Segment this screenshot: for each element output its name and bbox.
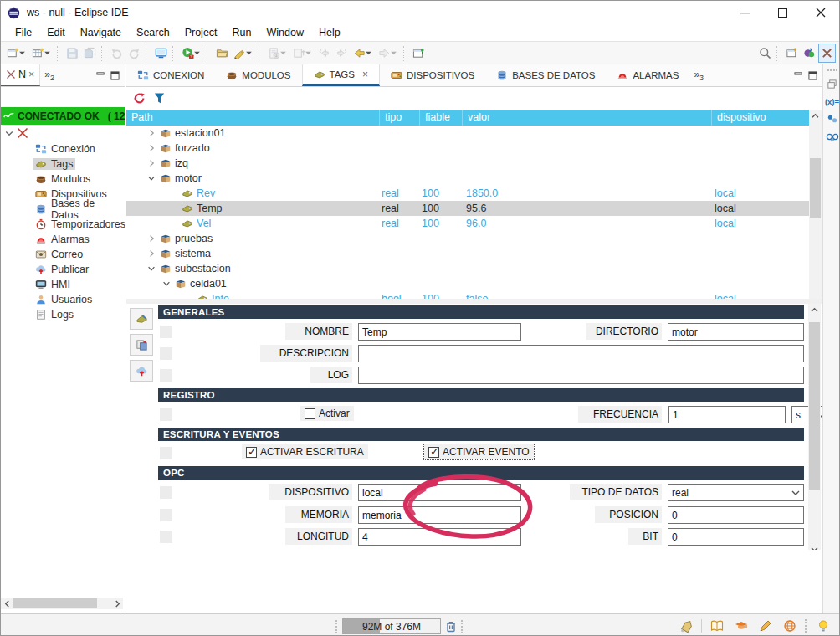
variables-view-icon[interactable]: (x)= xyxy=(825,97,839,106)
sidebar-item-alarmas[interactable]: Alarmas xyxy=(1,232,125,247)
menu-navigate[interactable]: Navigate xyxy=(73,25,129,40)
nombre-input[interactable] xyxy=(358,323,521,341)
navigator-tab-close-icon[interactable]: × xyxy=(28,69,34,80)
widget-grip[interactable] xyxy=(805,619,808,633)
table-row-izq[interactable]: izq xyxy=(126,156,809,171)
tab-close-icon[interactable]: × xyxy=(362,69,368,80)
tag-note-button[interactable] xyxy=(678,617,694,635)
tag-edit-button[interactable] xyxy=(130,308,153,330)
collapse-chevron-icon[interactable] xyxy=(4,128,14,138)
book-button[interactable] xyxy=(709,617,725,635)
strip-grip[interactable] xyxy=(827,69,837,71)
memoria-input[interactable] xyxy=(358,506,521,524)
pin-editor-button[interactable] xyxy=(411,44,427,62)
table-row-rev[interactable]: Revreal1001850.0local xyxy=(126,186,809,201)
sidebar-item-correo[interactable]: Correo xyxy=(1,247,125,262)
console-button[interactable] xyxy=(153,44,169,62)
dropdown-arrow-icon[interactable] xyxy=(391,47,398,59)
sidebar-item-publicar[interactable]: Publicar xyxy=(1,262,125,277)
breakpoints-view-icon[interactable] xyxy=(827,114,838,124)
web-button[interactable] xyxy=(781,617,798,635)
java-perspective-button[interactable] xyxy=(802,44,817,62)
column-header-dispositivo[interactable]: dispositivo xyxy=(711,110,809,126)
activar-checkbox[interactable] xyxy=(305,408,315,419)
dropdown-arrow-icon[interactable] xyxy=(280,47,288,59)
table-row-pruebas[interactable]: pruebas xyxy=(126,231,809,246)
table-row-forzado[interactable]: forzado xyxy=(126,141,809,156)
minimize-button[interactable] xyxy=(726,1,764,24)
tab-bases-de-datos[interactable]: BASES DE DATOS xyxy=(485,64,606,86)
directorio-input[interactable] xyxy=(668,323,804,341)
copy-button[interactable] xyxy=(130,334,153,356)
search-button[interactable] xyxy=(757,44,773,62)
table-row-subestacion[interactable]: subestacion xyxy=(126,261,809,276)
maximize-view-icon[interactable] xyxy=(110,71,120,80)
sidebar-item-tags[interactable]: Tags xyxy=(1,156,125,172)
column-header-tipo[interactable]: tipo xyxy=(379,110,419,126)
expressions-view-icon[interactable]: x= xyxy=(826,131,839,142)
sidebar-item-usuarios[interactable]: Usuarios xyxy=(1,292,125,307)
scroll-up-icon[interactable] xyxy=(808,304,821,315)
descripcion-input[interactable] xyxy=(358,345,804,362)
dropdown-arrow-icon[interactable] xyxy=(19,47,27,59)
navigator-hscrollbar[interactable] xyxy=(1,598,123,609)
table-row-temp[interactable]: Tempreal10095.6local xyxy=(126,201,809,216)
activar-escritura-checkbox[interactable] xyxy=(246,447,257,458)
menu-edit[interactable]: Edit xyxy=(39,25,73,40)
disconnect-x-icon[interactable] xyxy=(16,126,29,140)
longitud-input[interactable] xyxy=(358,528,521,546)
dispositivo-input[interactable] xyxy=(358,484,521,501)
pencil-button[interactable] xyxy=(757,617,774,635)
activar-evento-group[interactable]: ACTIVAR EVENTO xyxy=(424,444,534,459)
trash-icon[interactable] xyxy=(444,619,458,633)
menu-project[interactable]: Project xyxy=(177,25,225,40)
menu-run[interactable]: Run xyxy=(225,25,259,40)
maximize-button[interactable] xyxy=(764,1,802,24)
next-annotation-button[interactable] xyxy=(334,44,350,62)
table-row-vel[interactable]: Velreal10096.0local xyxy=(126,216,809,231)
tab-tags[interactable]: TAGS× xyxy=(302,64,380,86)
restore-view-icon[interactable] xyxy=(827,79,837,90)
dropdown-arrow-icon[interactable] xyxy=(366,47,373,59)
lightbulb-button[interactable] xyxy=(815,617,832,635)
new-wizard-button[interactable] xyxy=(5,44,28,62)
scroll-up-icon[interactable] xyxy=(809,110,822,121)
graduation-cap-button[interactable] xyxy=(733,617,750,635)
widget-grip[interactable] xyxy=(461,620,464,633)
tab-dispositivos[interactable]: DISPOSITIVOS xyxy=(380,64,485,86)
close-button[interactable] xyxy=(802,1,839,24)
dropdown-arrow-icon[interactable] xyxy=(194,47,202,59)
dropdown-arrow-icon[interactable] xyxy=(305,47,313,59)
minimize-view-icon[interactable] xyxy=(96,71,105,80)
tipo-datos-select[interactable]: real xyxy=(668,484,804,501)
menu-search[interactable]: Search xyxy=(129,25,177,40)
navigator-tab-overflow[interactable]: »2 xyxy=(40,69,59,82)
navigator-view-tab[interactable]: N × xyxy=(1,64,40,86)
tab-alarmas[interactable]: ALARMAS xyxy=(606,64,689,86)
column-header-path[interactable]: Path xyxy=(126,110,379,126)
prev-annotation-button[interactable] xyxy=(316,44,332,62)
heap-status[interactable]: 92M of 376M xyxy=(342,618,441,634)
tab-modulos[interactable]: MODULOS xyxy=(215,64,301,86)
bit-input[interactable] xyxy=(668,528,804,546)
sidebar-item-modulos[interactable]: Modulos xyxy=(1,172,125,187)
column-header-fiable[interactable]: fiable xyxy=(419,110,462,126)
scroll-right-icon[interactable] xyxy=(111,598,123,609)
scrollbar-thumb[interactable] xyxy=(810,158,821,218)
sidebar-item-conexio-n[interactable]: Conexión xyxy=(1,141,125,156)
table-row-estacion01[interactable]: estacion01 xyxy=(126,126,809,141)
tab-conexion[interactable]: CONEXION xyxy=(126,64,215,86)
highlighter-button[interactable] xyxy=(232,44,255,62)
menu-window[interactable]: Window xyxy=(259,25,311,40)
sidebar-item-bases-de-datos[interactable]: Bases de Datos xyxy=(1,202,125,217)
widget-grip[interactable] xyxy=(335,620,339,633)
frecuencia-input[interactable] xyxy=(668,406,786,423)
import-button[interactable] xyxy=(266,44,289,62)
sidebar-item-hmi[interactable]: HMI xyxy=(1,277,125,292)
column-header-valor[interactable]: valor xyxy=(462,110,711,126)
sync-button[interactable] xyxy=(291,44,315,62)
editor-tab-overflow[interactable]: »3 xyxy=(689,69,708,82)
open-folder-button[interactable] xyxy=(214,44,230,62)
open-perspective-button[interactable] xyxy=(784,44,800,62)
minimize-view-icon[interactable] xyxy=(794,71,803,80)
